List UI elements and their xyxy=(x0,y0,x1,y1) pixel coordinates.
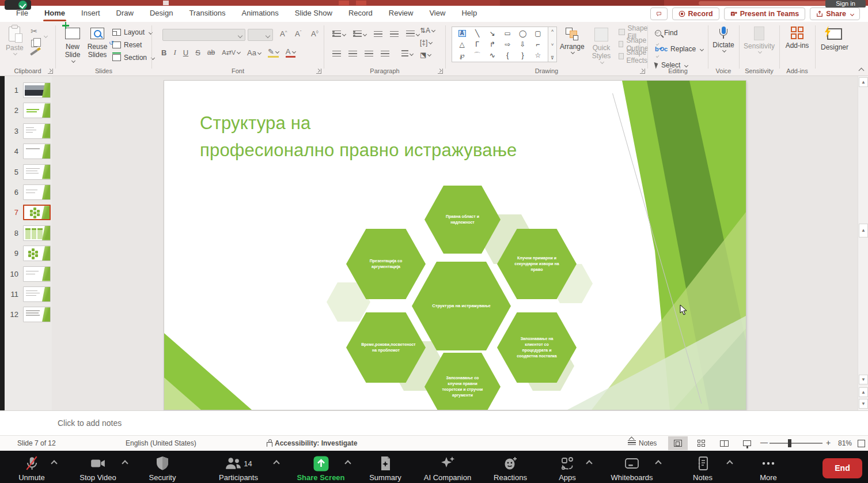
change-case-button[interactable]: Aa xyxy=(247,48,261,57)
justify-icon[interactable] xyxy=(381,51,389,57)
font-dialog-launcher[interactable] xyxy=(316,69,321,74)
bullets-button[interactable] xyxy=(332,29,346,39)
tab-review[interactable]: Review xyxy=(381,6,422,22)
sign-in-button[interactable]: Sign in xyxy=(825,0,866,7)
slide-thumbnail-panel[interactable]: 1 2 3 4 5 6 7 8 9 10 11 12 xyxy=(5,76,52,410)
notes-placeholder[interactable]: Click to add notes xyxy=(58,418,122,428)
shapes-scroll-up-icon[interactable]: ˄ xyxy=(551,28,554,33)
left-brace-shape-icon[interactable]: { xyxy=(506,52,509,59)
slide-title[interactable]: Структура на професионално правно истраж… xyxy=(200,110,517,164)
scroll-down-icon[interactable]: ▼ xyxy=(859,375,868,384)
reading-view-button[interactable] xyxy=(714,436,734,450)
titlebar-button[interactable] xyxy=(356,1,366,5)
slide-thumbnail-12[interactable]: 12 xyxy=(5,307,52,322)
numbering-button[interactable] xyxy=(353,29,366,39)
meeting-notes-button[interactable]: Notes xyxy=(671,455,734,482)
slide-sorter-view-button[interactable] xyxy=(691,436,711,450)
end-meeting-button[interactable]: End xyxy=(822,458,862,478)
zoom-slider-track[interactable] xyxy=(770,443,822,444)
present-in-teams-button[interactable]: T Present in Teams xyxy=(724,7,806,20)
slide-thumbnail-5[interactable]: 5 xyxy=(5,164,52,180)
slide-number-status[interactable]: Slide 7 of 12 xyxy=(17,439,56,447)
bold-button[interactable]: B xyxy=(161,48,166,57)
scribble-shape-icon[interactable]: ℘ xyxy=(460,52,464,59)
tab-transitions[interactable]: Transitions xyxy=(181,6,233,22)
font-name-combobox[interactable] xyxy=(162,29,245,41)
tab-animations[interactable]: Animations xyxy=(234,6,287,22)
right-brace-shape-icon[interactable]: } xyxy=(521,52,524,59)
save-icon[interactable] xyxy=(163,1,169,5)
slide-thumbnail-8[interactable]: 8 xyxy=(5,225,52,241)
add-ins-button[interactable]: Add-ins xyxy=(784,27,810,50)
comments-button[interactable] xyxy=(650,7,668,20)
curve-shape-icon[interactable]: ∿ xyxy=(490,52,495,59)
slide-thumbnail-6[interactable]: 6 xyxy=(5,184,52,200)
new-slide-button[interactable]: New Slide xyxy=(62,28,84,62)
chevron-down-icon[interactable] xyxy=(44,34,48,38)
reactions-button[interactable]: Reactions xyxy=(479,455,542,482)
section-button[interactable]: Section xyxy=(112,51,154,64)
corner-shape-icon[interactable]: ⌐ xyxy=(536,41,540,48)
share-screen-button[interactable]: Share Screen xyxy=(289,455,352,482)
text-highlight-button[interactable]: ✎ xyxy=(268,47,279,58)
copy-icon[interactable] xyxy=(31,40,37,47)
rounded-rectangle-shape-icon[interactable]: ▢ xyxy=(535,30,541,37)
tab-home[interactable]: Home xyxy=(36,6,73,22)
font-color-button[interactable]: A xyxy=(286,47,295,58)
convert-smartart-button[interactable]: ⬔ xyxy=(420,51,435,59)
vertical-scrollbar[interactable]: ▲ ▲ ▼ ▲ ▼ xyxy=(858,76,868,410)
underline-button[interactable]: U xyxy=(183,48,188,57)
ai-companion-button[interactable]: AI Companion xyxy=(416,455,479,482)
align-right-icon[interactable] xyxy=(365,51,373,57)
whiteboards-button[interactable]: Whiteboards xyxy=(600,455,664,482)
decrease-indent-icon[interactable] xyxy=(374,31,382,37)
slide-thumbnail-10[interactable]: 10 xyxy=(5,266,52,282)
elbow-arrow-icon[interactable]: ↱ xyxy=(490,41,495,48)
slide-thumbnail-11[interactable]: 11 xyxy=(5,286,52,302)
replace-button[interactable]: b⟲cReplace xyxy=(655,43,703,55)
grow-font-button[interactable]: A^ xyxy=(278,29,289,38)
titlebar-search-pill[interactable] xyxy=(699,1,840,5)
clipboard-dialog-launcher[interactable] xyxy=(48,69,53,74)
slide-thumbnail-2[interactable]: 2 xyxy=(5,103,52,118)
accessibility-status[interactable]: Accessibility: Investigate xyxy=(266,439,357,447)
shapes-scroll-down-icon[interactable]: ˅ xyxy=(551,42,554,47)
align-text-button[interactable]: [‡] xyxy=(420,39,435,47)
block-arrow-right-icon[interactable]: ⇨ xyxy=(505,41,510,48)
slide-thumbnail-9[interactable]: 9 xyxy=(5,246,52,261)
format-painter-icon[interactable] xyxy=(30,49,38,55)
shapes-gallery[interactable]: A ╲ ↘ ▭ ◯ ▢ △ Γ ↱ ⇨ ⇩ ⌐ ℘ ⌒ ∿ { } ☆ xyxy=(452,27,548,62)
summary-button[interactable]: Summary xyxy=(354,455,417,482)
scrollbar-thumb[interactable]: ▲ xyxy=(859,224,868,237)
hexagon-center[interactable]: Структура на истражување xyxy=(412,262,511,350)
drawing-dialog-launcher[interactable] xyxy=(640,69,645,74)
slide-canvas[interactable]: Структура на професионално правно истраж… xyxy=(164,81,746,410)
stop-video-button[interactable]: Stop Video xyxy=(66,455,130,482)
slide-thumbnail-1[interactable]: 1 xyxy=(5,82,52,98)
reset-button[interactable]: Reset xyxy=(112,39,154,51)
fit-to-window-button[interactable] xyxy=(851,436,868,450)
tab-insert[interactable]: Insert xyxy=(73,6,108,22)
designer-button[interactable]: Designer xyxy=(820,27,849,51)
sensitivity-button[interactable]: Sensitivity xyxy=(745,27,773,53)
dictate-button[interactable]: Dictate xyxy=(712,27,735,52)
layout-button[interactable]: Layout xyxy=(112,26,154,39)
quick-styles-button[interactable]: Quick Styles xyxy=(589,28,614,63)
italic-button[interactable]: I xyxy=(173,48,176,57)
reuse-slides-button[interactable]: Reuse Slides xyxy=(86,28,109,59)
tab-help[interactable]: Help xyxy=(453,6,485,22)
font-size-combobox[interactable] xyxy=(248,29,273,41)
character-spacing-button[interactable]: A⇄V xyxy=(222,49,240,56)
arc-shape-icon[interactable]: ⌒ xyxy=(473,52,480,59)
normal-view-button[interactable] xyxy=(668,436,688,450)
next-slide-icon[interactable]: ▼ xyxy=(859,399,868,409)
collapse-ribbon-icon[interactable] xyxy=(859,68,865,74)
elbow-connector-icon[interactable]: Γ xyxy=(475,41,479,48)
scroll-up-icon[interactable]: ▲ xyxy=(859,77,868,87)
tab-design[interactable]: Design xyxy=(142,6,181,22)
zoom-in-button[interactable]: + xyxy=(826,438,831,447)
increase-indent-icon[interactable] xyxy=(390,31,399,37)
arrange-button[interactable]: Arrange xyxy=(560,28,585,54)
more-button[interactable]: More xyxy=(737,455,800,482)
strikethrough-button[interactable]: S xyxy=(195,48,200,57)
